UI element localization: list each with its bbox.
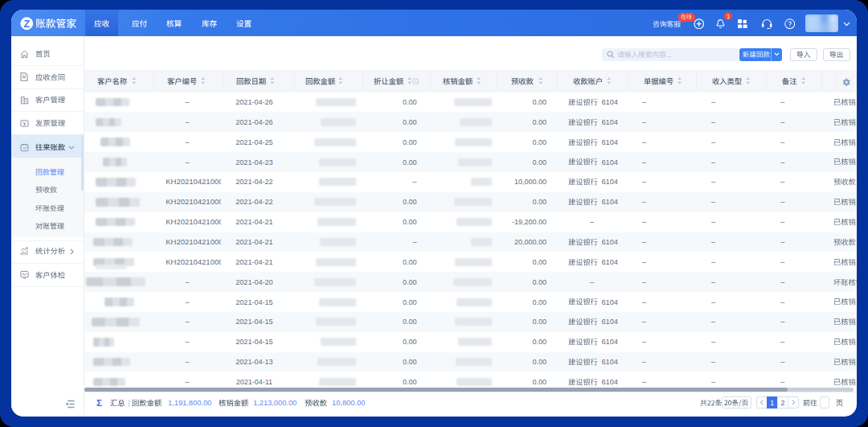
svg-text:Z: Z [23, 18, 30, 30]
